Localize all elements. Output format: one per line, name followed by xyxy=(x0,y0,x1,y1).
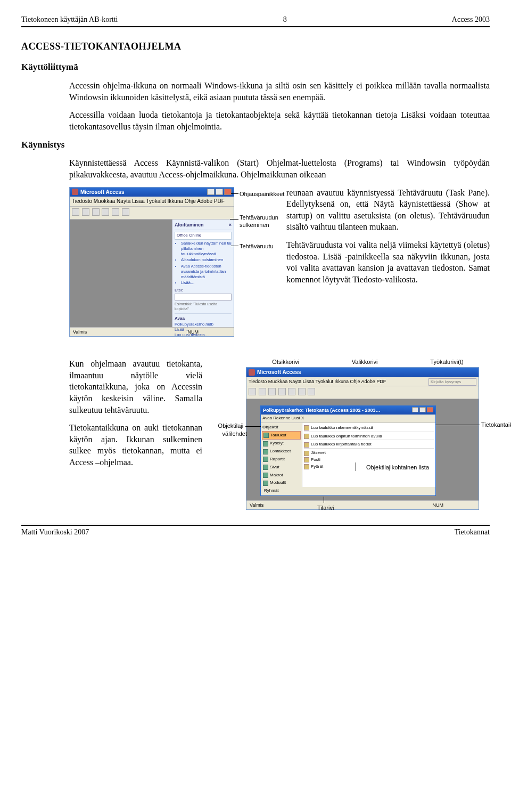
access-startup-screenshot: Microsoft Access Tiedosto Muokkaa Näytä … xyxy=(69,187,278,337)
close-button[interactable] xyxy=(224,189,232,195)
table-icon xyxy=(304,457,309,462)
tab-moduulit[interactable]: Moduulit xyxy=(262,479,301,487)
workspace-area xyxy=(70,220,172,327)
toolbar-button[interactable] xyxy=(308,388,315,395)
paragraph-5: Tehtäväruudusta voi valita neljä viimeks… xyxy=(286,239,490,285)
callout-objektilaji-valilehdet: Objektilaji -välilehdet xyxy=(209,422,247,438)
database-window-title: Polkupyöräkerho: Tietokanta (Access 2002… xyxy=(263,407,380,413)
callout-tehtavaruutu: Tehtäväruutu xyxy=(240,242,274,250)
create-new-file-link[interactable]: Luo uusi tiedosto… xyxy=(175,332,232,338)
tab-raportit[interactable]: Raportit xyxy=(262,456,301,464)
search-label: Etsi: xyxy=(175,288,232,294)
callout-otsikkorivi: Otsikkorivi xyxy=(272,358,299,366)
header-left: Tietokoneen käyttäjän AB-kortti xyxy=(21,15,118,25)
create-table-wizard[interactable]: Luo taulukko ohjatun toiminnon avulla xyxy=(304,433,434,441)
tab-sivut[interactable]: Sivut xyxy=(262,464,301,472)
page-footer: Matti Vuorikoski 2007 Tietokannat xyxy=(21,527,490,538)
status-numlock: NUM xyxy=(433,502,444,508)
paragraph-4: reunaan avautuu käynnistyessä Tehtäväruu… xyxy=(286,187,490,233)
task-pane[interactable]: Aloittaminen × Office Online Sarakkeiden… xyxy=(172,220,234,327)
window-titlebar: Microsoft Access xyxy=(70,188,234,197)
menubar[interactable]: Tiedosto Muokkaa Näytä Lisää Työkalut Ik… xyxy=(246,377,479,386)
toolbar-button[interactable] xyxy=(102,208,109,216)
toolbar-button[interactable] xyxy=(92,208,100,216)
toolbar-button[interactable] xyxy=(278,388,286,395)
paragraph-6: Kun ohjelmaan avautuu tietokanta, ilmaan… xyxy=(69,358,202,416)
task-pane-link[interactable]: Alitaulukon poistaminen xyxy=(181,257,232,263)
task-pane-search-input[interactable] xyxy=(175,294,232,301)
maximize-button[interactable] xyxy=(419,407,426,412)
status-ready: Valmis xyxy=(250,502,263,508)
task-pane-link-list: Sarakkeiden näyttäminen tai piilottamine… xyxy=(175,241,232,286)
object-list[interactable]: Luo taulukko rakennenäkymässä Luo tauluk… xyxy=(302,423,435,487)
workspace-area: Polkupyöräkerho: Tietokanta (Access 2002… xyxy=(246,399,479,500)
toolbar-button[interactable] xyxy=(82,208,89,216)
maximize-button[interactable] xyxy=(216,189,223,195)
access-icon xyxy=(249,369,255,376)
tab-makrot[interactable]: Makrot xyxy=(262,472,301,480)
wizard-icon xyxy=(304,434,309,439)
close-button[interactable] xyxy=(427,407,433,412)
menubar-items[interactable]: Tiedosto Muokkaa Näytä Lisää Työkalut Ik… xyxy=(249,379,386,384)
callout-tilarivi: Tilarivi xyxy=(317,504,334,512)
toolbar-button[interactable] xyxy=(268,388,276,395)
status-ready: Valmis xyxy=(73,329,87,335)
report-icon xyxy=(263,457,268,462)
task-pane-link[interactable]: Avaa Access-tiedoston avaamista ja toimi… xyxy=(181,264,232,280)
inner-window-controls[interactable] xyxy=(412,407,433,413)
toolbar-button[interactable] xyxy=(259,388,266,395)
task-pane-close-icon[interactable]: × xyxy=(229,222,232,228)
help-search-box[interactable]: Kirjoita kysymys xyxy=(428,378,476,386)
table-icon xyxy=(304,464,309,469)
callout-tietokantaikkuna: Tietokantaikkuna xyxy=(481,421,511,429)
paragraph-7: Tietokantaikkuna on auki tietokannan käy… xyxy=(69,422,202,468)
toolbar[interactable] xyxy=(70,207,234,220)
task-pane-link[interactable]: Sarakkeiden näyttäminen tai piilottamine… xyxy=(181,241,232,257)
wizard-icon xyxy=(304,425,309,431)
object-type-tabs[interactable]: Objektit Taulukot Kyselyt Lomakkeet Rapo… xyxy=(261,423,302,487)
tab-taulukot[interactable]: Taulukot xyxy=(262,431,301,440)
recent-file-link[interactable]: Polkupyorakerho.mdb xyxy=(175,322,232,327)
window-title: Microsoft Access xyxy=(80,189,124,196)
paragraph-3: Käynnistettäessä Access Käynnistä-valiko… xyxy=(69,157,490,180)
section-kayttoliittyma: Käyttöliittymä xyxy=(21,61,490,74)
toolbar-button[interactable] xyxy=(249,388,256,395)
minimize-button[interactable] xyxy=(412,407,418,412)
callout-tyokalurivi: Työkalurivi(t) xyxy=(430,358,463,366)
create-table-enter-data[interactable]: Luo taulukko kirjoittamalla tiedot xyxy=(304,441,434,449)
header-right: Access 2003 xyxy=(452,15,490,25)
toolbar-button[interactable] xyxy=(298,388,306,395)
toolbar[interactable] xyxy=(246,386,479,399)
minimize-button[interactable] xyxy=(207,189,215,195)
footer-rule xyxy=(21,524,490,526)
paragraph-1: Accessin ohjelma-ikkuna on normaali Wind… xyxy=(69,80,490,103)
header-rule xyxy=(21,26,490,28)
object-types-header: Objektit xyxy=(262,424,301,431)
screenshot1-row: Microsoft Access Tiedosto Muokkaa Näytä … xyxy=(69,187,490,337)
page-icon xyxy=(263,465,268,470)
create-table-design-view[interactable]: Luo taulukko rakennenäkymässä xyxy=(304,425,434,432)
window-control-buttons[interactable] xyxy=(207,189,232,195)
database-window-toolbar[interactable]: Avaa Rakenne Uusi X xyxy=(261,415,435,423)
query-icon xyxy=(263,441,268,446)
database-window[interactable]: Polkupyöräkerho: Tietokanta (Access 2002… xyxy=(260,405,436,496)
page-header: Tietokoneen käyttäjän AB-kortti 8 Access… xyxy=(21,15,490,25)
toolbar-button[interactable] xyxy=(112,208,119,216)
office-online-heading[interactable]: Office Online xyxy=(175,232,232,240)
search-example-text: Esimerkki: "Tulosta useita kopioita" xyxy=(175,302,232,312)
section-kaynnistys: Käynnistys xyxy=(21,139,490,151)
toolbar-button[interactable] xyxy=(122,208,129,216)
window-title: Microsoft Access xyxy=(257,369,301,376)
toolbar-button[interactable] xyxy=(72,208,79,216)
tab-kyselyt[interactable]: Kyselyt xyxy=(262,440,301,448)
lower-section: Kun ohjelmaan avautuu tietokanta, ilmaan… xyxy=(69,358,490,510)
menubar[interactable]: Tiedosto Muokkaa Näytä Lisää Työkalut Ik… xyxy=(70,197,234,207)
table-posti[interactable]: Posti xyxy=(304,457,434,464)
groups-section[interactable]: Ryhmät xyxy=(261,487,435,496)
tab-lomakkeet[interactable]: Lomakkeet xyxy=(262,448,301,456)
table-jasenet[interactable]: Jäsenet xyxy=(304,450,434,457)
task-pane-link[interactable]: Lisää… xyxy=(181,280,232,286)
toolbar-button[interactable] xyxy=(288,388,295,395)
more-files-link[interactable]: Lisää… xyxy=(175,327,232,332)
header-page-number: 8 xyxy=(283,15,287,25)
